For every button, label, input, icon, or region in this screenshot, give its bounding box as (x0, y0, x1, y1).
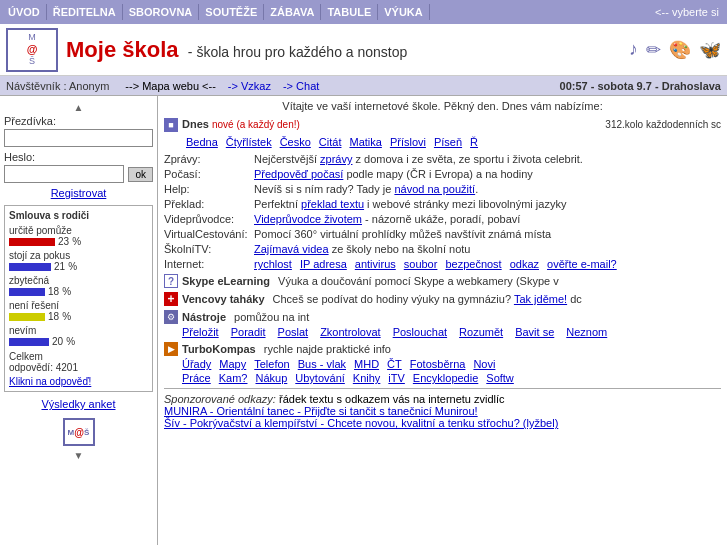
turbo-row-0: Úřady Mapy Telefon Bus - vlak MHD ČT Fot… (182, 358, 721, 370)
turbo-ct[interactable]: ČT (387, 358, 402, 370)
poll-bar-1 (9, 263, 51, 271)
skype-label[interactable]: Skype eLearning (182, 275, 270, 287)
turbo-novi[interactable]: Novi (473, 358, 495, 370)
register-link[interactable]: Registrovat (4, 187, 153, 199)
tool-bavit[interactable]: Bavit se (515, 326, 554, 338)
internet-ip[interactable]: IP adresa (300, 258, 347, 270)
ok-button[interactable]: ok (128, 167, 153, 182)
prezdivka-input[interactable] (4, 129, 153, 147)
poll-bar-0 (9, 238, 55, 246)
sponsored-item-1[interactable]: Šív - Pokrývačství a klempířství - Chcet… (164, 417, 721, 429)
poll-item-3[interactable]: není řešení 18% (9, 300, 148, 322)
turbo-urady[interactable]: Úřady (182, 358, 211, 370)
turbo-busvlak[interactable]: Bus - vlak (298, 358, 346, 370)
logo[interactable]: M @ Š (6, 28, 58, 72)
poll-item-2[interactable]: zbytečná 18% (9, 275, 148, 297)
tool-neznom[interactable]: Neznom (566, 326, 607, 338)
vencovy-link[interactable]: Tak jděme! (514, 293, 567, 305)
vencovy-label[interactable]: Vencovy taháky (182, 293, 265, 305)
scroll-down-button[interactable]: ▼ (4, 450, 153, 461)
tool-poslat[interactable]: Poslat (278, 326, 309, 338)
nav-zabava[interactable]: ZÁBAVA (264, 4, 321, 20)
turbo-label[interactable]: TurboKompas (182, 343, 256, 355)
pencil-icon: ✏ (646, 39, 661, 61)
row-help: Help: Nevíš si s ním rady? Tady je návod… (164, 183, 721, 195)
turbo-ubytovani[interactable]: Ubytování (295, 372, 345, 384)
scroll-up-button[interactable]: ▲ (4, 102, 153, 113)
poll-cta[interactable]: Klikni na odpověď! (9, 376, 148, 387)
sidebar-logo: M@Š (4, 418, 153, 446)
preklad-link[interactable]: překlad textu (301, 198, 364, 210)
map-link[interactable]: --> Mapa webu <-- (125, 80, 215, 92)
pocasi-link[interactable]: Předpověď počasí (254, 168, 343, 180)
bedna-item-4[interactable]: Matika (349, 136, 381, 148)
videopruvodce-link[interactable]: Videprůvodce životem (254, 213, 362, 225)
bedna-item-0[interactable]: Bedna (186, 136, 218, 148)
mini-logo: M@Š (63, 418, 95, 446)
internet-odkaz[interactable]: odkaz (510, 258, 539, 270)
internet-label: Internet: (164, 258, 254, 270)
sponsored-item-0[interactable]: MUNIRA - Orientální tanec - Přijďte si t… (164, 405, 721, 417)
turbo-nakup[interactable]: Nákup (256, 372, 288, 384)
preklad-label: Překlad: (164, 198, 254, 210)
turbo-prace[interactable]: Práce (182, 372, 211, 384)
turbo-telefon[interactable]: Telefon (254, 358, 289, 370)
poll-item-0[interactable]: určitě pomůže 23% (9, 225, 148, 247)
bedna-item-3[interactable]: Citát (319, 136, 342, 148)
nav-sborovna[interactable]: SBOROVNA (123, 4, 200, 20)
bedna-item-5[interactable]: Příslovi (390, 136, 426, 148)
nav-tabule[interactable]: TABULE (321, 4, 378, 20)
turbo-knihy[interactable]: Knihy (353, 372, 381, 384)
nav-souteze[interactable]: SOUTĚŽE (199, 4, 264, 20)
prezdivka-label: Přezdívka: (4, 115, 153, 127)
sponsored-link-0[interactable]: MUNIRA - Orientální tanec - Přijďte si t… (164, 405, 478, 417)
turbo-itv[interactable]: iTV (388, 372, 405, 384)
main-layout: ▲ Přezdívka: Heslo: ok Registrovat Smlou… (0, 96, 727, 545)
nastroje-label[interactable]: Nástroje (182, 311, 226, 323)
tool-prelozit[interactable]: Přeložit (182, 326, 219, 338)
turbo-encyklopedie[interactable]: Encyklopedie (413, 372, 478, 384)
tool-poslouchat[interactable]: Poslouchat (393, 326, 447, 338)
help-link[interactable]: návod na použití (394, 183, 475, 195)
poll-bar-2 (9, 288, 45, 296)
internet-antivirus[interactable]: antivirus (355, 258, 396, 270)
turbo-grid-container: Úřady Mapy Telefon Bus - vlak MHD ČT Fot… (182, 358, 721, 384)
videopruvodce-value: Videprůvodce životem - názorně ukáže, po… (254, 213, 721, 225)
poll-item-4[interactable]: nevím 20% (9, 325, 148, 347)
internet-rychlost[interactable]: rychlost (254, 258, 292, 270)
dnes-label: Dnes (182, 118, 209, 130)
vzkaz-link[interactable]: -> Vzkaz (228, 80, 271, 92)
sponsored-link-1[interactable]: Šív - Pokrývačství a klempířství - Chcet… (164, 417, 558, 429)
turbo-fotosberana[interactable]: Fotosběrna (410, 358, 466, 370)
tool-rozumet[interactable]: Rozumět (459, 326, 503, 338)
top-navigation: ÚVOD ŘEDITELNA SBOROVNA SOUTĚŽE ZÁBAVA T… (0, 0, 727, 24)
nav-uvod[interactable]: ÚVOD (2, 4, 47, 20)
skolnitv-link[interactable]: Zajímavá videa (254, 243, 329, 255)
bedna-item-6[interactable]: Píseň (434, 136, 462, 148)
results-link[interactable]: Výsledky anket (4, 398, 153, 410)
internet-overit[interactable]: ověřte e-mail? (547, 258, 617, 270)
row-preklad: Překlad: Perfektní překlad textu i webov… (164, 198, 721, 210)
heslo-input[interactable] (4, 165, 124, 183)
nav-reditelna[interactable]: ŘEDITELNA (47, 4, 123, 20)
poll-total: Celkem odpovědí: 4201 (9, 351, 148, 373)
turbo-softw[interactable]: Softw (486, 372, 514, 384)
internet-soubor[interactable]: soubor (404, 258, 438, 270)
tool-poradit[interactable]: Poradit (231, 326, 266, 338)
tool-zkontrolovat[interactable]: Zkontrolovat (320, 326, 381, 338)
bedna-item-1[interactable]: Čtyřlístek (226, 136, 272, 148)
bedna-item-7[interactable]: Ř (470, 136, 478, 148)
turbo-kam[interactable]: Kam? (219, 372, 248, 384)
virtual-label: VirtualCestování: (164, 228, 254, 240)
poll-item-1[interactable]: stojí za pokus 21% (9, 250, 148, 272)
zpravy-link[interactable]: zprávy (320, 153, 352, 165)
nav-vyuka[interactable]: VÝUKA (378, 4, 430, 20)
art-icon: 🎨 (669, 39, 691, 61)
skolnitv-value: Zajímavá videa ze školy nebo na školní n… (254, 243, 721, 255)
internet-bezpecnost[interactable]: bezpečnost (445, 258, 501, 270)
chat-link[interactable]: -> Chat (283, 80, 319, 92)
bedna-item-2[interactable]: Česko (280, 136, 311, 148)
turbo-mapy[interactable]: Mapy (219, 358, 246, 370)
turbo-mhd[interactable]: MHD (354, 358, 379, 370)
videopruvodce-label: Videprůvodce: (164, 213, 254, 225)
